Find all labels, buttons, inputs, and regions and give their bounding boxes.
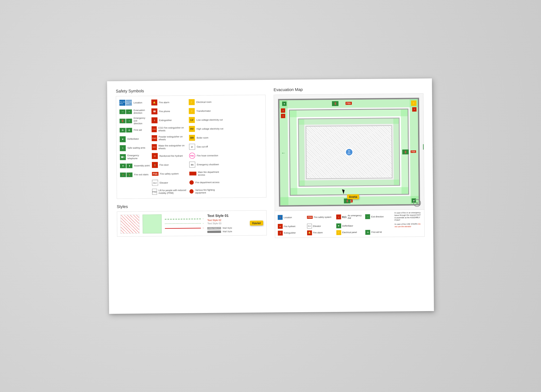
map-defib-1: ♥ <box>282 101 286 106</box>
legend-fire-alarm: 🔔 Fire alarm <box>307 230 334 235</box>
legend-911: 🧯 911 An emergency dial <box>336 212 363 222</box>
symbol-fss: FSS Fire safety system <box>152 170 187 177</box>
safety-symbols-section: Safety Symbols You arehere You arehere L… <box>116 87 267 199</box>
user-label-aneta: Aneta <box>347 194 359 199</box>
symbol-fire-hydrant: H Reinforced fire hydrant <box>152 152 187 160</box>
fss-badge-top: FSS <box>346 102 352 105</box>
symbol-prm: PRM Lift for people with reduced mobilit… <box>152 187 187 195</box>
legend-location: 📍 Location <box>278 212 305 222</box>
text-style-02: Text Style 02 <box>207 218 247 221</box>
symbol-hv: HV High voltage electricity cut <box>189 125 224 133</box>
legend-stairs-text: In case of fire USE STAIRS Do not use th… <box>395 223 422 228</box>
symbols-box: You arehere You arehere Location → → Eva <box>116 95 266 199</box>
symbol-fire-alarm: 🔔 Fire alarm <box>151 98 187 106</box>
wall-styles: Wall Style Wall Style <box>207 226 247 233</box>
text-style-03: Text Style 03 <box>207 222 247 225</box>
assembly-label-left: Assemblypoint <box>274 147 274 152</box>
evacuation-map-container: Youarehere FSS FSS FSS ↑ ↓ ← → <box>274 93 425 211</box>
legend-emergency-text: In case of fire or an emergency leave th… <box>395 211 422 221</box>
symbol-lv: LV Low voltage electricity cut <box>189 116 224 124</box>
symbol-powder-ext: PWD Powder extinguisher on wheels <box>152 134 187 142</box>
symbol-location: You arehere You arehere Location <box>119 98 149 106</box>
styles-title: Styles <box>117 203 266 209</box>
symbol-es: ES Emergency shutdown <box>189 160 224 168</box>
legend-fss: FSS Fire safety system <box>307 212 334 222</box>
symbol-water-ext: H2O Water fire extinguisher on wheels <box>152 143 187 151</box>
symbol-elevator: ELV Elevator <box>152 179 187 186</box>
symbol-safe-waiting: ⚕ Safe waiting area <box>120 144 149 152</box>
green-fill-style <box>143 214 162 233</box>
compass: N <box>413 199 421 207</box>
text-styles: Text Style 01 Text Style 02 Text Style 0… <box>207 213 247 233</box>
symbol-fire-dept: Fire department access <box>189 178 224 186</box>
symbol-extinguisher: 🧯 Extinguisher <box>151 116 187 124</box>
symbol-fire-door: 🚪 Fire door <box>152 161 187 169</box>
legend-extinguisher: 🧯 Extinguisher <box>278 230 305 235</box>
symbol-fire-exit-stairs: 🚶 🚶 Fire exit stairs <box>120 171 150 179</box>
symbol-various: Various fire fighting equipment <box>190 187 225 195</box>
exit-sign-right: 🚪 <box>402 149 409 154</box>
text-style-01: Text Style 01 <box>207 213 247 218</box>
user-label-xavier: Xavier <box>250 220 263 225</box>
symbol-main-fire: Main fire department access <box>189 169 224 177</box>
xavier-label-container: Xavier <box>250 220 263 225</box>
symbol-evac-dir: → → Evacuationdirection <box>119 107 149 115</box>
legend-electrical-panel: ⚡ Electrical panel <box>336 230 363 235</box>
arrow-left: ← <box>281 150 286 155</box>
line-style-3: → <box>165 227 204 229</box>
symbol-fire-phone: ☎ Fire phone <box>151 107 187 115</box>
legend-defibrillator: ♥ Defibrillator <box>336 223 363 228</box>
map-extinguisher-2: 🧯 <box>281 114 285 118</box>
symbol-location-label: Location <box>133 101 142 104</box>
symbol-defibrillator: ♥ Defibrillator <box>120 135 149 143</box>
exit-sign-top: 🚪 <box>332 101 338 106</box>
line-style-1: → <box>165 218 204 220</box>
safety-symbols-title: Safety Symbols <box>116 87 266 93</box>
symbol-assembly: ⬆ ⬆ Assembly point <box>120 162 150 170</box>
map-extinguisher-3: 🧯 <box>412 107 416 111</box>
symbol-boiler: BR Boiler room <box>189 134 224 141</box>
assembly-icon-right: ⬆ <box>423 144 424 149</box>
legend-elevator: ELV Elevator <box>307 223 334 229</box>
wall-style-label-1: Wall Style <box>223 227 232 229</box>
fss-badge-right: FSS <box>411 150 416 153</box>
hatch-pattern-red <box>120 214 140 233</box>
symbol-emergency-tel: ☎+ Emergency telephone <box>120 153 150 161</box>
paper: Safety Symbols You arehere You arehere L… <box>107 78 434 314</box>
symbol-co2-ext: CO2 CO2 Fire extinguisher on wheels <box>152 125 187 133</box>
symbol-gas: ⊘ Gas cut-off <box>189 143 224 150</box>
line-styles: → → → <box>165 218 204 229</box>
legend-first-aid: ✛ First aid kit <box>365 229 392 235</box>
wall-style-label-2: Wall Style <box>223 230 232 233</box>
styles-section: Styles → → <box>117 203 267 239</box>
symbol-fhc: FHC Fire hose connection <box>189 151 224 159</box>
symbol-first-aid: ✛ ✛ First aid <box>120 126 149 134</box>
symbol-transformator: ⚡ Transformator <box>189 107 224 115</box>
legend-box: 📍 Location FSS Fire safety system 🧯 911 … <box>275 209 425 238</box>
symbol-emergency-exit: 🚪 → Emergency exitdirection <box>119 116 149 125</box>
wall-style-2: Wall Style <box>207 230 247 233</box>
styles-box: → → → Text Style 01 Text Style 02 Text <box>117 210 267 237</box>
line-style-2: → <box>165 222 204 225</box>
user-aneta-cursor <box>341 189 344 194</box>
map-electrical: ⚡ <box>411 100 416 106</box>
symbol-electrical-room: ⚡ Electrical room <box>189 98 224 106</box>
legend-fire-hydrant: H Fire hydrant <box>278 224 305 229</box>
map-extinguisher-1: 🧯 <box>281 108 285 113</box>
legend-exit-dir: → Exit direction <box>365 212 392 222</box>
wall-style-1: Wall Style <box>207 226 247 229</box>
assembly-label-right: Assemblypoint <box>424 130 425 135</box>
evacuation-map-title: Evacuation Map <box>273 86 423 92</box>
